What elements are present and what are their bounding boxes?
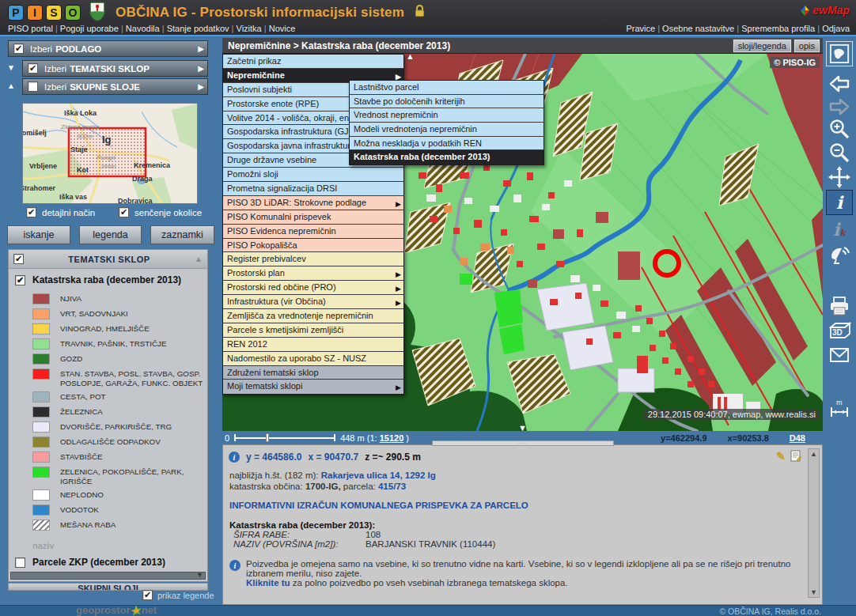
tab-legenda[interactable]: legenda <box>79 225 142 244</box>
legend-item: STAN. STAVBA, POSL. STAVBA, GOSP. POSLOP… <box>32 368 204 387</box>
menu-stanje-podatkov[interactable]: Stanje podatkov <box>167 24 237 33</box>
menu-pravice[interactable]: Pravice <box>626 24 662 33</box>
scroll-up-icon[interactable]: ▲ <box>195 255 203 263</box>
menu-sprememba-profila[interactable]: Sprememba profila <box>741 24 822 33</box>
menu-pogoji-uporabe[interactable]: Pogoji uporabe <box>60 24 126 33</box>
menu-item[interactable]: Register prebivalcev <box>223 252 403 266</box>
zoom-in-button[interactable] <box>826 116 853 142</box>
menu-item[interactable]: PISO Komunalni prispevek <box>223 210 403 225</box>
checkbox-tematski-sklop-legend[interactable]: ✔ <box>13 254 24 264</box>
overview-map-button[interactable] <box>826 41 853 66</box>
tab-zaznamki[interactable]: zaznamki <box>150 225 214 244</box>
menu-item[interactable]: Začetni prikaz <box>223 55 403 69</box>
scale-link[interactable]: 15120 <box>380 433 404 443</box>
opis-button[interactable]: opis <box>794 40 820 52</box>
datum-link[interactable]: D48 <box>790 433 805 443</box>
nearest-address-link[interactable]: Rakarjeva ulica 14, 1292 Ig <box>321 471 436 480</box>
report-icon[interactable] <box>790 450 801 464</box>
send-mail-button[interactable] <box>826 342 853 368</box>
menu-item[interactable]: PISO Evidenca nepremičnin <box>223 225 403 239</box>
menu-item[interactable]: Moji tematski sklopi▶ <box>223 380 403 394</box>
menu-item[interactable]: PISO Pokopališča <box>223 239 403 253</box>
menu-item[interactable]: Nadomestilo za uporabo SZ - NUSZ <box>223 352 403 366</box>
svg-text:302m: 302m <box>77 133 93 140</box>
measure-button[interactable]: m <box>826 395 853 421</box>
note-info-icon: i <box>229 560 241 571</box>
legend-swatch <box>32 353 50 365</box>
menu-item[interactable]: Prostorski plan▶ <box>223 266 403 281</box>
menu-osebne-nastavitve[interactable]: Osebne nastavitve <box>662 24 741 33</box>
overview-minimap[interactable]: Iška Loka Tomišelj Ig Staje Kremenica Ko… <box>22 103 198 204</box>
menu-piso-portal[interactable]: PISO portal <box>8 24 60 33</box>
sencenje-okolice-label: senčenje okolice <box>134 208 202 217</box>
checkbox-katastrska-raba[interactable]: ✔ <box>15 275 25 285</box>
scale-slider[interactable] <box>234 434 335 441</box>
menu-item[interactable]: Zemljišča za vrednotenje nepremičnin <box>223 309 403 323</box>
submenu-arrow-icon: ▶ <box>396 198 401 210</box>
ewmap-diamond-icon <box>800 6 810 16</box>
checkbox-prikaz-legende[interactable]: ✔ <box>142 590 153 600</box>
app-header: P I S O OBČINA IG - Prostorski informaci… <box>0 0 856 35</box>
info-scrollbar[interactable]: ▲ ▼ <box>808 448 820 598</box>
legend-item: ZELENICA, POKOPALIŠČE, PARK, IGRIŠČE <box>32 467 204 486</box>
scale-slider-handle[interactable] <box>266 433 269 442</box>
zoom-out-button[interactable] <box>826 140 853 165</box>
menu-item[interactable]: PISO 3D LiDAR: Strokovne podlage▶ <box>223 196 403 210</box>
collapse-arrow-icon[interactable]: ▼ <box>7 63 20 72</box>
gps-button[interactable] <box>826 242 853 267</box>
full-query-link[interactable]: Kliknite tu <box>246 578 290 588</box>
panel-drag-handle[interactable]: ····· <box>432 440 614 446</box>
menu-navodila[interactable]: Navodila <box>126 24 167 33</box>
legend-horizontal-scrollbar[interactable]: ▼ <box>10 572 206 580</box>
info-panel: ····· i y = 464586.0 x = 90470.7 z =~ 29… <box>222 444 823 605</box>
menu-item[interactable]: Prostorski red občine (PRO)▶ <box>223 281 403 295</box>
menu-item[interactable]: Prometna signalizacija DRSI <box>223 182 403 196</box>
info-heading: INFORMATIVNI IZRAČUN KOMUNALNEGA PRISPEV… <box>229 501 798 510</box>
collapse-top-handle[interactable]: ▲ <box>406 54 415 61</box>
checkbox-skupni-sloji[interactable] <box>28 81 38 92</box>
expand-arrow-icon[interactable]: ▲ <box>7 81 20 90</box>
menu-novice[interactable]: Novice <box>269 24 296 33</box>
checkbox-tematski-sklop[interactable]: ✔ <box>28 63 38 74</box>
menu-item[interactable]: REN 2012 <box>223 338 403 352</box>
geoprostor-logo[interactable]: geoprostor net <box>76 604 157 616</box>
print-button[interactable] <box>826 293 853 319</box>
menu-item[interactable]: Parcele s kmetijskimi zemljišči <box>223 323 403 338</box>
checkbox-sencenje-okolice[interactable]: ✔ <box>119 207 129 217</box>
checkbox-detajlni-nacin[interactable]: ✔ <box>26 207 36 217</box>
collapse-bottom-handle[interactable]: ▼ <box>518 423 527 431</box>
menu-odjava[interactable]: Odjava <box>822 24 850 33</box>
checkbox-podlago[interactable]: ✔ <box>13 43 24 54</box>
scroll-down-icon[interactable]: ▼ <box>196 571 203 579</box>
back-button[interactable] <box>826 71 853 96</box>
identify-button-active[interactable]: i <box>826 190 853 215</box>
menu-item[interactable]: Pomožni sloji <box>223 168 403 182</box>
parcel-link[interactable]: 415/73 <box>378 482 406 491</box>
pan-button[interactable] <box>826 164 853 190</box>
svg-text:Staje: Staje <box>70 145 88 153</box>
submenu-item[interactable]: Modeli vrednotenja nepremičnin <box>350 123 544 137</box>
submenu-item[interactable]: Lastništvo parcel <box>350 81 544 95</box>
edit-pencil-icon[interactable]: ✎ <box>776 450 786 464</box>
submenu-item[interactable]: Vrednost nepremičnin <box>350 108 544 123</box>
submenu-item[interactable]: Možna neskladja v podatkih REN <box>350 137 544 151</box>
submenu-item[interactable]: Stavbe po določenih kriterijih <box>350 95 544 109</box>
sloji-legenda-button[interactable]: sloji/legenda <box>733 40 791 52</box>
section-skupni-sloji[interactable]: IzberiSKUPNE SLOJE ▶ <box>22 78 208 95</box>
info-icon: i <box>229 452 240 463</box>
map-timestamp: 29.12.2015 09:40:07, ewmap, www.realis.s… <box>644 409 820 420</box>
tab-iskanje[interactable]: iskanje <box>7 225 70 244</box>
checkbox-parcele-zkp[interactable] <box>15 557 25 568</box>
view-3d-button[interactable]: 3D <box>826 319 853 344</box>
menu-item[interactable]: Infrastruktura (vir Občina)▶ <box>223 295 403 309</box>
section-tematski-sklop[interactable]: ✔ IzberiTEMATSKI SKLOP ▶ <box>22 60 208 77</box>
scroll-down-icon[interactable]: ▼ <box>809 588 819 596</box>
menu-vizitka[interactable]: Vizitka <box>237 24 269 33</box>
section-podlago[interactable]: ✔ IzberiPODLAGO ▶ <box>8 40 208 57</box>
menu-item[interactable]: Združeni tematski sklop <box>223 366 403 380</box>
submenu-item-selected[interactable]: Katastrska raba (december 2013) <box>350 150 544 164</box>
map-copyright-label: © PISO-IG <box>770 57 820 68</box>
query-y-coordinate: y = 464586.0 <box>246 452 301 463</box>
scroll-up-icon[interactable]: ▲ <box>809 450 819 458</box>
identify-layer-button[interactable]: ik <box>826 218 853 244</box>
